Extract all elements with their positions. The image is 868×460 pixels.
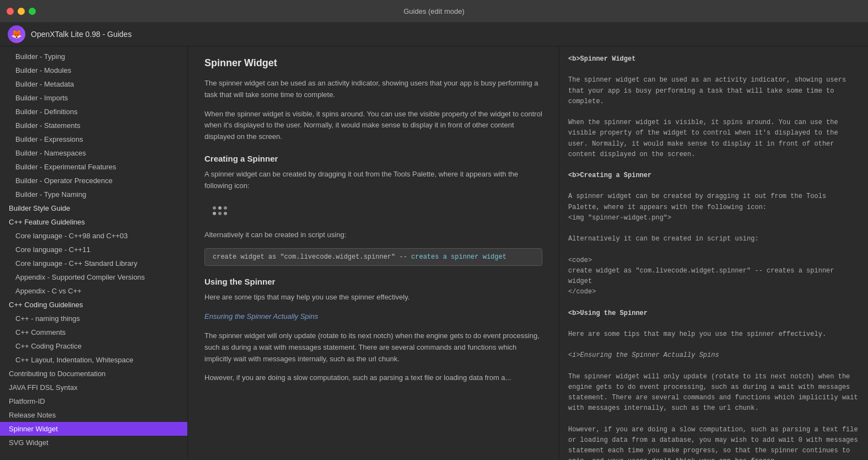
raw-line-21: <i>Ensuring the Spinner Actually Spins (568, 350, 859, 361)
raw-line-11: Alternatively it can be created in scrip… (568, 234, 859, 244)
raw-line-4: When the spinner widget is visible, it s… (568, 117, 859, 160)
sidebar-item-cpp-coding-practice[interactable]: C++ Coding Practice (0, 339, 187, 353)
raw-line-7 (568, 181, 859, 191)
raw-line-6: <b>Creating a Spinner (568, 170, 859, 181)
main-layout: Builder - TypingBuilder - ModulesBuilder… (0, 46, 868, 460)
sidebar-item-builder-definitions[interactable]: Builder - Definitions (0, 105, 187, 119)
content-para-2: When the spinner widget is visible, it s… (204, 109, 542, 143)
sidebar-item-builder-style-guide[interactable]: Builder Style Guide (0, 201, 187, 215)
sidebar-item-cpp-layout[interactable]: C++ Layout, Indentation, Whitespace (0, 353, 187, 367)
sidebar-item-svg-widget[interactable]: SVG Widget (0, 436, 187, 450)
sidebar-item-builder-type-naming[interactable]: Builder - Type Naming (0, 188, 187, 201)
minimize-button[interactable] (18, 8, 25, 15)
sidebar-item-java-ffi[interactable]: JAVA FFI DSL Syntax (0, 381, 187, 394)
sidebar-item-appendix-compiler[interactable]: Appendix - Supported Compiler Versions (0, 270, 187, 284)
raw-line-20 (568, 340, 859, 350)
raw-line-0: <b>Spinner Widget (568, 54, 859, 65)
raw-line-25: However, if you are doing a slow computa… (568, 425, 859, 460)
code-highlight: creates a spinner widget (411, 253, 506, 261)
sidebar-item-builder-modules[interactable]: Builder - Modules (0, 63, 187, 77)
raw-line-22 (568, 361, 859, 371)
sidebar-item-core-stdlib[interactable]: Core language - C++ Standard Library (0, 256, 187, 270)
raw-line-13: <code> (568, 255, 859, 266)
raw-line-10 (568, 223, 859, 234)
raw-line-15: </code> (568, 287, 859, 297)
sidebar-item-cpp-feature[interactable]: C++ Feature Guidelines (0, 215, 187, 229)
sidebar-item-builder-namespaces[interactable]: Builder - Namespaces (0, 146, 187, 160)
sidebar-item-builder-imports[interactable]: Builder - Imports (0, 91, 187, 105)
sidebar-item-core-cpp11[interactable]: Core language - C++11 (0, 243, 187, 256)
avatar: 🦊 (8, 25, 25, 43)
traffic-lights (7, 8, 36, 15)
spinner-icon-visual (204, 200, 238, 222)
code-block-1: create widget as "com.livecode.widget.sp… (204, 248, 542, 266)
content-pane: Spinner Widget The spinner widget can be… (187, 46, 559, 460)
sidebar-item-builder-statements[interactable]: Builder - Statements (0, 119, 187, 132)
section-2-para-1: Here are some tips that may help you use… (204, 292, 542, 303)
raw-line-9: <img "spinner-widget.png"> (568, 213, 859, 223)
section-1-para-2: Alternatively it can be created in scrip… (204, 229, 542, 241)
raw-line-19: Here are some tips that may help you use… (568, 329, 859, 340)
raw-line-12 (568, 244, 859, 255)
section-heading-2: Using the Spinner (204, 277, 542, 286)
sidebar-item-cpp-naming[interactable]: C++ - naming things (0, 312, 187, 325)
maximize-button[interactable] (29, 8, 36, 15)
sidebar-item-builder-typing[interactable]: Builder - Typing (0, 50, 187, 63)
raw-line-3 (568, 107, 859, 117)
section-heading-1: Creating a Spinner (204, 154, 542, 163)
content-para-1: The spinner widget can be used as an act… (204, 78, 542, 101)
section-2-para-2: However, if you are doing a slow computa… (204, 372, 542, 384)
sidebar-item-builder-expressions[interactable]: Builder - Expressions (0, 132, 187, 146)
sidebar-item-core-cpp98[interactable]: Core language - C++98 and C++03 (0, 229, 187, 243)
sidebar-item-cpp-coding[interactable]: C++ Coding Guidelines (0, 298, 187, 312)
sidebar-item-platform-id[interactable]: Platform-ID (0, 394, 187, 408)
sidebar-item-release-notes[interactable]: Release Notes (0, 408, 187, 422)
raw-line-5 (568, 160, 859, 170)
raw-pane[interactable]: <b>Spinner Widget The spinner widget can… (559, 46, 868, 460)
window-title: Guides (edit mode) (403, 7, 465, 15)
content-title: Spinner Widget (204, 57, 542, 69)
sidebar-item-contributing[interactable]: Contributing to Documentation (0, 367, 187, 381)
raw-line-14: create widget as "com.livecode.widget.sp… (568, 266, 859, 287)
sidebar-item-builder-operator[interactable]: Builder - Operator Precedence (0, 174, 187, 188)
section-2-body: The spinner widget will only update (rot… (204, 330, 542, 365)
title-bar: Guides (edit mode) (0, 0, 868, 22)
section-2-link[interactable]: Ensuring the Spinner Actually Spins (204, 311, 542, 323)
app-header: 🦊 OpenXTalk Lite 0.98 - Guides (0, 22, 868, 46)
sidebar-item-builder-metadata[interactable]: Builder - Metadata (0, 77, 187, 91)
ensuring-spinner-link[interactable]: Ensuring the Spinner Actually Spins (204, 312, 318, 320)
raw-line-17: <b>Using the Spinner (568, 308, 859, 319)
sidebar-item-builder-experimental[interactable]: Builder - Experimental Features (0, 160, 187, 174)
app-title: OpenXTalk Lite 0.98 - Guides (31, 30, 132, 39)
close-button[interactable] (7, 8, 14, 15)
raw-line-18 (568, 319, 859, 329)
sidebar[interactable]: Builder - TypingBuilder - ModulesBuilder… (0, 46, 187, 460)
raw-line-2: The spinner widget can be used as an act… (568, 75, 859, 107)
raw-line-16 (568, 297, 859, 308)
raw-line-8: A spinner widget can be created by dragg… (568, 191, 859, 212)
sidebar-item-spinner-widget[interactable]: Spinner Widget (0, 422, 187, 436)
spinner-dots (213, 206, 229, 215)
raw-line-24 (568, 414, 859, 424)
raw-line-23: The spinner widget will only update (rot… (568, 372, 859, 414)
section-1-para-1: A spinner widget can be created by dragg… (204, 169, 542, 192)
sidebar-item-appendix-c-vs-cpp[interactable]: Appendix - C vs C++ (0, 284, 187, 298)
sidebar-item-cpp-comments[interactable]: C++ Comments (0, 325, 187, 339)
raw-line-1 (568, 65, 859, 75)
